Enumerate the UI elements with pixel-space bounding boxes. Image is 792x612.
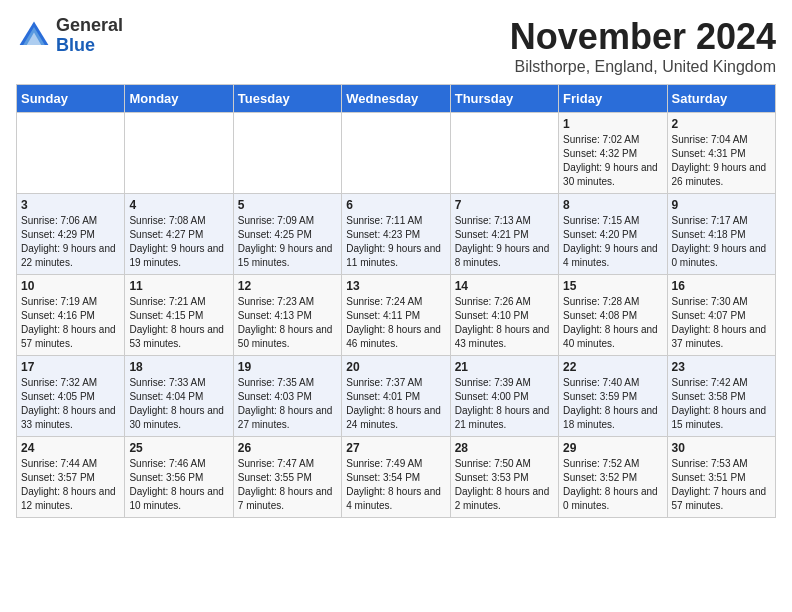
day-info: Sunrise: 7:42 AM Sunset: 3:58 PM Dayligh… xyxy=(672,376,771,432)
week-row-3: 10Sunrise: 7:19 AM Sunset: 4:16 PM Dayli… xyxy=(17,275,776,356)
day-header-saturday: Saturday xyxy=(667,85,775,113)
calendar-cell: 12Sunrise: 7:23 AM Sunset: 4:13 PM Dayli… xyxy=(233,275,341,356)
day-info: Sunrise: 7:15 AM Sunset: 4:20 PM Dayligh… xyxy=(563,214,662,270)
day-number: 3 xyxy=(21,198,120,212)
day-number: 29 xyxy=(563,441,662,455)
logo-icon xyxy=(16,18,52,54)
calendar-cell xyxy=(125,113,233,194)
calendar-cell: 26Sunrise: 7:47 AM Sunset: 3:55 PM Dayli… xyxy=(233,437,341,518)
calendar-cell: 6Sunrise: 7:11 AM Sunset: 4:23 PM Daylig… xyxy=(342,194,450,275)
day-header-wednesday: Wednesday xyxy=(342,85,450,113)
calendar-table: SundayMondayTuesdayWednesdayThursdayFrid… xyxy=(16,84,776,518)
calendar-cell: 1Sunrise: 7:02 AM Sunset: 4:32 PM Daylig… xyxy=(559,113,667,194)
day-info: Sunrise: 7:02 AM Sunset: 4:32 PM Dayligh… xyxy=(563,133,662,189)
day-info: Sunrise: 7:19 AM Sunset: 4:16 PM Dayligh… xyxy=(21,295,120,351)
day-info: Sunrise: 7:28 AM Sunset: 4:08 PM Dayligh… xyxy=(563,295,662,351)
day-number: 18 xyxy=(129,360,228,374)
day-info: Sunrise: 7:17 AM Sunset: 4:18 PM Dayligh… xyxy=(672,214,771,270)
calendar-cell: 2Sunrise: 7:04 AM Sunset: 4:31 PM Daylig… xyxy=(667,113,775,194)
title-area: November 2024 Bilsthorpe, England, Unite… xyxy=(510,16,776,76)
day-info: Sunrise: 7:40 AM Sunset: 3:59 PM Dayligh… xyxy=(563,376,662,432)
week-row-2: 3Sunrise: 7:06 AM Sunset: 4:29 PM Daylig… xyxy=(17,194,776,275)
calendar-cell: 5Sunrise: 7:09 AM Sunset: 4:25 PM Daylig… xyxy=(233,194,341,275)
calendar-cell: 7Sunrise: 7:13 AM Sunset: 4:21 PM Daylig… xyxy=(450,194,558,275)
calendar-cell xyxy=(17,113,125,194)
calendar-cell: 18Sunrise: 7:33 AM Sunset: 4:04 PM Dayli… xyxy=(125,356,233,437)
calendar-cell: 23Sunrise: 7:42 AM Sunset: 3:58 PM Dayli… xyxy=(667,356,775,437)
calendar-cell: 27Sunrise: 7:49 AM Sunset: 3:54 PM Dayli… xyxy=(342,437,450,518)
day-info: Sunrise: 7:39 AM Sunset: 4:00 PM Dayligh… xyxy=(455,376,554,432)
day-number: 24 xyxy=(21,441,120,455)
day-header-friday: Friday xyxy=(559,85,667,113)
day-number: 30 xyxy=(672,441,771,455)
day-header-thursday: Thursday xyxy=(450,85,558,113)
calendar-cell: 13Sunrise: 7:24 AM Sunset: 4:11 PM Dayli… xyxy=(342,275,450,356)
calendar-header-row: SundayMondayTuesdayWednesdayThursdayFrid… xyxy=(17,85,776,113)
day-info: Sunrise: 7:23 AM Sunset: 4:13 PM Dayligh… xyxy=(238,295,337,351)
day-number: 2 xyxy=(672,117,771,131)
day-header-monday: Monday xyxy=(125,85,233,113)
day-number: 7 xyxy=(455,198,554,212)
day-number: 9 xyxy=(672,198,771,212)
day-number: 17 xyxy=(21,360,120,374)
calendar-cell xyxy=(450,113,558,194)
day-number: 23 xyxy=(672,360,771,374)
calendar-cell: 19Sunrise: 7:35 AM Sunset: 4:03 PM Dayli… xyxy=(233,356,341,437)
day-info: Sunrise: 7:33 AM Sunset: 4:04 PM Dayligh… xyxy=(129,376,228,432)
day-info: Sunrise: 7:50 AM Sunset: 3:53 PM Dayligh… xyxy=(455,457,554,513)
day-info: Sunrise: 7:37 AM Sunset: 4:01 PM Dayligh… xyxy=(346,376,445,432)
location: Bilsthorpe, England, United Kingdom xyxy=(510,58,776,76)
calendar-cell: 21Sunrise: 7:39 AM Sunset: 4:00 PM Dayli… xyxy=(450,356,558,437)
calendar-cell: 16Sunrise: 7:30 AM Sunset: 4:07 PM Dayli… xyxy=(667,275,775,356)
day-info: Sunrise: 7:44 AM Sunset: 3:57 PM Dayligh… xyxy=(21,457,120,513)
page-header: General Blue November 2024 Bilsthorpe, E… xyxy=(16,16,776,76)
day-number: 4 xyxy=(129,198,228,212)
calendar-cell: 22Sunrise: 7:40 AM Sunset: 3:59 PM Dayli… xyxy=(559,356,667,437)
day-info: Sunrise: 7:13 AM Sunset: 4:21 PM Dayligh… xyxy=(455,214,554,270)
calendar-cell: 25Sunrise: 7:46 AM Sunset: 3:56 PM Dayli… xyxy=(125,437,233,518)
calendar-cell xyxy=(233,113,341,194)
day-info: Sunrise: 7:06 AM Sunset: 4:29 PM Dayligh… xyxy=(21,214,120,270)
week-row-1: 1Sunrise: 7:02 AM Sunset: 4:32 PM Daylig… xyxy=(17,113,776,194)
calendar-cell: 14Sunrise: 7:26 AM Sunset: 4:10 PM Dayli… xyxy=(450,275,558,356)
day-number: 20 xyxy=(346,360,445,374)
day-number: 27 xyxy=(346,441,445,455)
week-row-5: 24Sunrise: 7:44 AM Sunset: 3:57 PM Dayli… xyxy=(17,437,776,518)
day-number: 12 xyxy=(238,279,337,293)
day-info: Sunrise: 7:52 AM Sunset: 3:52 PM Dayligh… xyxy=(563,457,662,513)
day-info: Sunrise: 7:04 AM Sunset: 4:31 PM Dayligh… xyxy=(672,133,771,189)
day-number: 25 xyxy=(129,441,228,455)
day-number: 5 xyxy=(238,198,337,212)
day-number: 1 xyxy=(563,117,662,131)
logo-text: General Blue xyxy=(56,16,123,56)
day-info: Sunrise: 7:32 AM Sunset: 4:05 PM Dayligh… xyxy=(21,376,120,432)
calendar-cell: 8Sunrise: 7:15 AM Sunset: 4:20 PM Daylig… xyxy=(559,194,667,275)
calendar-cell: 15Sunrise: 7:28 AM Sunset: 4:08 PM Dayli… xyxy=(559,275,667,356)
day-info: Sunrise: 7:21 AM Sunset: 4:15 PM Dayligh… xyxy=(129,295,228,351)
day-info: Sunrise: 7:49 AM Sunset: 3:54 PM Dayligh… xyxy=(346,457,445,513)
calendar-cell: 4Sunrise: 7:08 AM Sunset: 4:27 PM Daylig… xyxy=(125,194,233,275)
day-info: Sunrise: 7:08 AM Sunset: 4:27 PM Dayligh… xyxy=(129,214,228,270)
logo: General Blue xyxy=(16,16,123,56)
day-info: Sunrise: 7:47 AM Sunset: 3:55 PM Dayligh… xyxy=(238,457,337,513)
day-info: Sunrise: 7:09 AM Sunset: 4:25 PM Dayligh… xyxy=(238,214,337,270)
calendar-cell: 11Sunrise: 7:21 AM Sunset: 4:15 PM Dayli… xyxy=(125,275,233,356)
calendar-cell xyxy=(342,113,450,194)
calendar-cell: 9Sunrise: 7:17 AM Sunset: 4:18 PM Daylig… xyxy=(667,194,775,275)
day-info: Sunrise: 7:11 AM Sunset: 4:23 PM Dayligh… xyxy=(346,214,445,270)
calendar-cell: 29Sunrise: 7:52 AM Sunset: 3:52 PM Dayli… xyxy=(559,437,667,518)
day-info: Sunrise: 7:53 AM Sunset: 3:51 PM Dayligh… xyxy=(672,457,771,513)
day-number: 14 xyxy=(455,279,554,293)
day-number: 8 xyxy=(563,198,662,212)
day-info: Sunrise: 7:46 AM Sunset: 3:56 PM Dayligh… xyxy=(129,457,228,513)
day-number: 19 xyxy=(238,360,337,374)
calendar-cell: 3Sunrise: 7:06 AM Sunset: 4:29 PM Daylig… xyxy=(17,194,125,275)
day-number: 11 xyxy=(129,279,228,293)
day-number: 28 xyxy=(455,441,554,455)
day-header-sunday: Sunday xyxy=(17,85,125,113)
day-number: 26 xyxy=(238,441,337,455)
calendar-cell: 28Sunrise: 7:50 AM Sunset: 3:53 PM Dayli… xyxy=(450,437,558,518)
day-number: 22 xyxy=(563,360,662,374)
calendar-cell: 24Sunrise: 7:44 AM Sunset: 3:57 PM Dayli… xyxy=(17,437,125,518)
calendar-body: 1Sunrise: 7:02 AM Sunset: 4:32 PM Daylig… xyxy=(17,113,776,518)
